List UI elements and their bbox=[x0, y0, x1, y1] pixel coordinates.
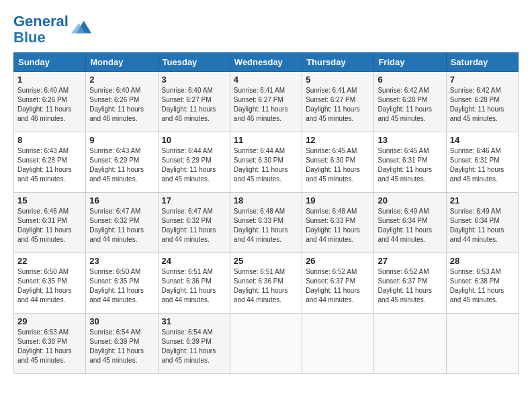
weekday-header-wednesday: Wednesday bbox=[230, 53, 302, 72]
day-number: 17 bbox=[162, 195, 226, 205]
day-number: 11 bbox=[234, 135, 298, 145]
calendar-cell bbox=[230, 314, 302, 374]
logo-text: GeneralBlue bbox=[13, 13, 69, 46]
calendar-cell: 13 Sunrise: 6:45 AM Sunset: 6:31 PM Dayl… bbox=[374, 132, 446, 193]
day-number: 18 bbox=[234, 195, 298, 205]
calendar-cell bbox=[302, 314, 374, 374]
day-info: Sunrise: 6:54 AM Sunset: 6:39 PM Dayligh… bbox=[89, 328, 154, 365]
day-number: 27 bbox=[378, 256, 442, 266]
day-number: 24 bbox=[162, 256, 226, 266]
calendar-cell: 18 Sunrise: 6:48 AM Sunset: 6:33 PM Dayl… bbox=[230, 193, 302, 253]
day-number: 30 bbox=[89, 316, 154, 326]
day-info: Sunrise: 6:50 AM Sunset: 6:35 PM Dayligh… bbox=[89, 267, 154, 305]
calendar-cell: 2 Sunrise: 6:40 AM Sunset: 6:26 PM Dayli… bbox=[86, 72, 158, 132]
day-info: Sunrise: 6:52 AM Sunset: 6:37 PM Dayligh… bbox=[378, 267, 442, 305]
day-number: 25 bbox=[234, 256, 298, 266]
day-number: 14 bbox=[450, 135, 515, 145]
day-number: 8 bbox=[17, 135, 82, 145]
logo: GeneralBlue bbox=[13, 13, 91, 46]
calendar-cell: 26 Sunrise: 6:52 AM Sunset: 6:37 PM Dayl… bbox=[302, 253, 374, 314]
calendar-week-2: 8 Sunrise: 6:43 AM Sunset: 6:28 PM Dayli… bbox=[14, 132, 519, 193]
day-number: 9 bbox=[89, 135, 154, 145]
day-info: Sunrise: 6:45 AM Sunset: 6:30 PM Dayligh… bbox=[306, 146, 370, 184]
day-info: Sunrise: 6:44 AM Sunset: 6:30 PM Dayligh… bbox=[234, 146, 298, 184]
calendar-cell: 15 Sunrise: 6:46 AM Sunset: 6:31 PM Dayl… bbox=[14, 193, 86, 253]
page-header: GeneralBlue bbox=[13, 13, 519, 46]
day-info: Sunrise: 6:42 AM Sunset: 6:28 PM Dayligh… bbox=[378, 86, 442, 124]
day-number: 23 bbox=[89, 256, 154, 266]
calendar-table: SundayMondayTuesdayWednesdayThursdayFrid… bbox=[13, 52, 519, 374]
day-number: 3 bbox=[162, 75, 226, 85]
day-info: Sunrise: 6:41 AM Sunset: 6:27 PM Dayligh… bbox=[306, 86, 370, 124]
day-info: Sunrise: 6:42 AM Sunset: 6:28 PM Dayligh… bbox=[450, 86, 515, 124]
day-info: Sunrise: 6:46 AM Sunset: 6:31 PM Dayligh… bbox=[450, 146, 515, 184]
day-info: Sunrise: 6:51 AM Sunset: 6:36 PM Dayligh… bbox=[162, 267, 226, 305]
day-number: 1 bbox=[17, 75, 82, 85]
day-number: 29 bbox=[17, 316, 82, 326]
calendar-cell: 1 Sunrise: 6:40 AM Sunset: 6:26 PM Dayli… bbox=[14, 72, 86, 132]
calendar-cell: 9 Sunrise: 6:43 AM Sunset: 6:29 PM Dayli… bbox=[86, 132, 158, 193]
day-info: Sunrise: 6:45 AM Sunset: 6:31 PM Dayligh… bbox=[378, 146, 442, 184]
day-number: 19 bbox=[306, 195, 370, 205]
calendar-cell: 12 Sunrise: 6:45 AM Sunset: 6:30 PM Dayl… bbox=[302, 132, 374, 193]
calendar-cell: 7 Sunrise: 6:42 AM Sunset: 6:28 PM Dayli… bbox=[446, 72, 518, 132]
day-info: Sunrise: 6:40 AM Sunset: 6:26 PM Dayligh… bbox=[17, 86, 82, 124]
day-info: Sunrise: 6:53 AM Sunset: 6:38 PM Dayligh… bbox=[17, 328, 82, 365]
day-number: 13 bbox=[378, 135, 442, 145]
calendar-cell: 25 Sunrise: 6:51 AM Sunset: 6:36 PM Dayl… bbox=[230, 253, 302, 314]
day-info: Sunrise: 6:40 AM Sunset: 6:27 PM Dayligh… bbox=[162, 86, 226, 124]
day-info: Sunrise: 6:46 AM Sunset: 6:31 PM Dayligh… bbox=[17, 207, 82, 244]
day-info: Sunrise: 6:43 AM Sunset: 6:29 PM Dayligh… bbox=[89, 146, 154, 184]
calendar-cell: 30 Sunrise: 6:54 AM Sunset: 6:39 PM Dayl… bbox=[86, 314, 158, 374]
calendar-cell: 21 Sunrise: 6:49 AM Sunset: 6:34 PM Dayl… bbox=[446, 193, 518, 253]
calendar-cell: 28 Sunrise: 6:53 AM Sunset: 6:38 PM Dayl… bbox=[446, 253, 518, 314]
day-info: Sunrise: 6:44 AM Sunset: 6:29 PM Dayligh… bbox=[162, 146, 226, 184]
calendar-cell: 4 Sunrise: 6:41 AM Sunset: 6:27 PM Dayli… bbox=[230, 72, 302, 132]
day-info: Sunrise: 6:50 AM Sunset: 6:35 PM Dayligh… bbox=[17, 267, 82, 305]
calendar-cell: 8 Sunrise: 6:43 AM Sunset: 6:28 PM Dayli… bbox=[14, 132, 86, 193]
day-number: 28 bbox=[450, 256, 515, 266]
day-number: 21 bbox=[450, 195, 515, 205]
weekday-header-tuesday: Tuesday bbox=[158, 53, 230, 72]
weekday-header-sunday: Sunday bbox=[14, 53, 86, 72]
day-number: 15 bbox=[17, 195, 82, 205]
day-info: Sunrise: 6:47 AM Sunset: 6:32 PM Dayligh… bbox=[89, 207, 154, 244]
calendar-cell: 27 Sunrise: 6:52 AM Sunset: 6:37 PM Dayl… bbox=[374, 253, 446, 314]
day-info: Sunrise: 6:51 AM Sunset: 6:36 PM Dayligh… bbox=[234, 267, 298, 305]
weekday-header-thursday: Thursday bbox=[302, 53, 374, 72]
weekday-header-friday: Friday bbox=[374, 53, 446, 72]
day-number: 5 bbox=[306, 75, 370, 85]
calendar-cell: 22 Sunrise: 6:50 AM Sunset: 6:35 PM Dayl… bbox=[14, 253, 86, 314]
calendar-week-3: 15 Sunrise: 6:46 AM Sunset: 6:31 PM Dayl… bbox=[14, 193, 519, 253]
calendar-cell: 31 Sunrise: 6:54 AM Sunset: 6:39 PM Dayl… bbox=[158, 314, 230, 374]
day-info: Sunrise: 6:47 AM Sunset: 6:32 PM Dayligh… bbox=[162, 207, 226, 244]
calendar-week-5: 29 Sunrise: 6:53 AM Sunset: 6:38 PM Dayl… bbox=[14, 314, 519, 374]
day-number: 7 bbox=[450, 75, 515, 85]
day-number: 12 bbox=[306, 135, 370, 145]
calendar-cell: 16 Sunrise: 6:47 AM Sunset: 6:32 PM Dayl… bbox=[86, 193, 158, 253]
weekday-header-monday: Monday bbox=[86, 53, 158, 72]
day-info: Sunrise: 6:48 AM Sunset: 6:33 PM Dayligh… bbox=[234, 207, 298, 244]
calendar-cell: 24 Sunrise: 6:51 AM Sunset: 6:36 PM Dayl… bbox=[158, 253, 230, 314]
calendar-cell bbox=[446, 314, 518, 374]
day-info: Sunrise: 6:49 AM Sunset: 6:34 PM Dayligh… bbox=[450, 207, 515, 244]
day-info: Sunrise: 6:48 AM Sunset: 6:33 PM Dayligh… bbox=[306, 207, 370, 244]
calendar-week-1: 1 Sunrise: 6:40 AM Sunset: 6:26 PM Dayli… bbox=[14, 72, 519, 132]
day-number: 26 bbox=[306, 256, 370, 266]
logo-icon bbox=[71, 18, 91, 38]
day-number: 4 bbox=[234, 75, 298, 85]
day-number: 2 bbox=[89, 75, 154, 85]
day-info: Sunrise: 6:41 AM Sunset: 6:27 PM Dayligh… bbox=[234, 86, 298, 124]
day-number: 6 bbox=[378, 75, 442, 85]
calendar-cell: 10 Sunrise: 6:44 AM Sunset: 6:29 PM Dayl… bbox=[158, 132, 230, 193]
day-info: Sunrise: 6:49 AM Sunset: 6:34 PM Dayligh… bbox=[378, 207, 442, 244]
day-number: 31 bbox=[162, 316, 226, 326]
day-info: Sunrise: 6:43 AM Sunset: 6:28 PM Dayligh… bbox=[17, 146, 82, 184]
calendar-cell: 17 Sunrise: 6:47 AM Sunset: 6:32 PM Dayl… bbox=[158, 193, 230, 253]
calendar-cell bbox=[374, 314, 446, 374]
calendar-cell: 11 Sunrise: 6:44 AM Sunset: 6:30 PM Dayl… bbox=[230, 132, 302, 193]
day-info: Sunrise: 6:53 AM Sunset: 6:38 PM Dayligh… bbox=[450, 267, 515, 305]
day-number: 20 bbox=[378, 195, 442, 205]
calendar-cell: 6 Sunrise: 6:42 AM Sunset: 6:28 PM Dayli… bbox=[374, 72, 446, 132]
calendar-cell: 20 Sunrise: 6:49 AM Sunset: 6:34 PM Dayl… bbox=[374, 193, 446, 253]
